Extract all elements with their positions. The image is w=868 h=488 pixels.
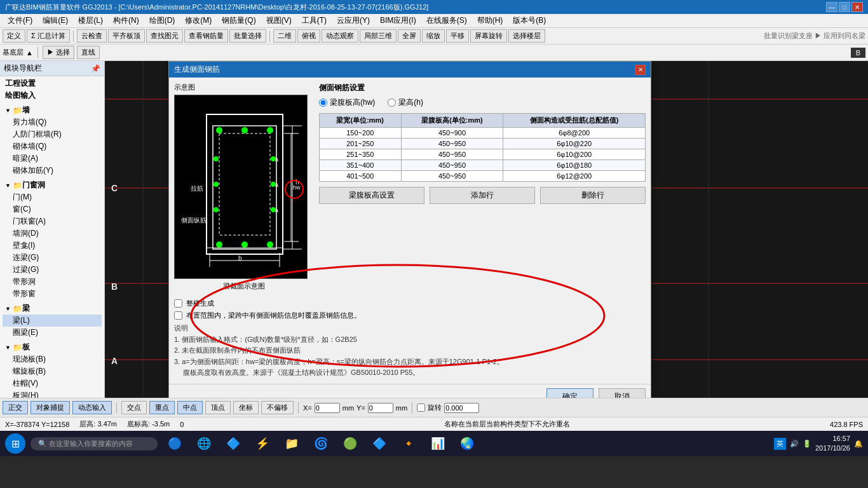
table-cell-3-0[interactable]: 351~400: [320, 160, 402, 171]
snap-orthogonal[interactable]: 正交: [3, 401, 28, 414]
menu-item-m[interactable]: 修改(M): [180, 14, 217, 27]
sidebar-beam[interactable]: ▼ 📁梁: [3, 302, 102, 315]
sidebar-item-strip-window[interactable]: 带形窗: [3, 288, 102, 300]
menu-item-bimi[interactable]: BIM应用(I): [375, 14, 421, 27]
sidebar-item-door-window[interactable]: 门联窗(A): [3, 215, 102, 227]
checkbox-whole-building[interactable]: 整楼生成: [174, 299, 646, 308]
menu-item-v[interactable]: 视图(V): [261, 14, 297, 27]
start-button[interactable]: ⊞: [5, 433, 25, 454]
sidebar-slab[interactable]: ▼ 📁板: [3, 341, 102, 353]
sidebar-wall[interactable]: ▼ 📁墙: [3, 104, 102, 116]
sidebar-item-niche[interactable]: 壁龛(I): [3, 240, 102, 252]
y-input[interactable]: [368, 403, 393, 413]
sidebar-item-cast-slab[interactable]: 现浇板(B): [3, 353, 102, 365]
table-cell-0-0[interactable]: 150~200: [320, 128, 402, 139]
toolbar-define[interactable]: 定义: [3, 29, 25, 43]
sidebar-item-civil-defense-wall[interactable]: 人防门框墙(R): [3, 128, 102, 140]
snap-no-offset[interactable]: 不偏移: [261, 401, 294, 414]
sidebar-item-window[interactable]: 窗(C): [3, 203, 102, 215]
btn-add-row[interactable]: 添加行: [430, 187, 535, 204]
taskbar-chrome[interactable]: 🟢: [338, 433, 362, 454]
taskbar-app5[interactable]: 🔸: [397, 433, 421, 454]
radio-hw-input[interactable]: [319, 98, 327, 107]
rotate-input[interactable]: [444, 403, 479, 413]
snap-center[interactable]: 中点: [177, 401, 203, 414]
checkbox-cover[interactable]: 布置范围内，梁跨中有侧面钢筋信息时覆盖原钢筋信息。: [174, 311, 646, 320]
toolbar-find[interactable]: 查找图元: [146, 29, 183, 43]
checkbox-cover-input[interactable]: [174, 311, 182, 320]
sidebar-project-settings[interactable]: 工程设置: [3, 78, 102, 90]
table-cell-0-2[interactable]: 6φ8@200: [503, 128, 646, 139]
menu-item-f[interactable]: 文件(F): [3, 14, 37, 27]
snap-midpoint[interactable]: 重点: [149, 401, 175, 414]
taskbar-network[interactable]: 🌐: [192, 433, 216, 454]
menu-item-s[interactable]: 在线服务(S): [421, 14, 472, 27]
maximize-button[interactable]: □: [839, 2, 850, 12]
radio-h-input[interactable]: [388, 98, 396, 107]
toolbar-view-steel[interactable]: 查看钢筋量: [184, 29, 228, 43]
taskbar-cortana[interactable]: 🔵: [163, 433, 187, 454]
toolbar-top-view[interactable]: 俯视: [297, 29, 320, 43]
radio-hw[interactable]: 梁腹板高(hw): [319, 97, 375, 108]
sidebar-draw-input[interactable]: 绘图输入: [3, 90, 102, 102]
sidebar-item-dark-beam[interactable]: 暗梁(A): [3, 152, 102, 165]
sidebar-item-lintel[interactable]: 过梁(G): [3, 264, 102, 276]
toolbar-local-3d[interactable]: 局部三维: [360, 29, 397, 43]
btn-ok[interactable]: 确定: [546, 388, 593, 398]
toolbar-select[interactable]: ▶ 选择: [43, 46, 74, 59]
toolbar-select-layer[interactable]: 选择楼层: [508, 29, 545, 43]
toolbar-dynamic-obs[interactable]: 动态观察: [322, 29, 358, 43]
sidebar-item-beam[interactable]: 梁(L): [3, 315, 102, 327]
table-cell-1-2[interactable]: 6φ10@220: [503, 139, 646, 149]
taskbar-ie[interactable]: 🌀: [309, 433, 333, 454]
sidebar-item-masonry-wall[interactable]: 砌体墙(Q): [3, 140, 102, 152]
sidebar-item-strip-hole[interactable]: 带形洞: [3, 276, 102, 288]
minimize-button[interactable]: —: [826, 2, 837, 12]
table-cell-3-2[interactable]: 6φ10@180: [503, 160, 646, 171]
sidebar-item-spiral-slab[interactable]: 螺旋板(B): [3, 365, 102, 377]
sidebar-item-column-cap[interactable]: 柱帽(V): [3, 377, 102, 390]
table-cell-2-1[interactable]: 450~950: [401, 149, 503, 160]
taskbar-app7[interactable]: 🌏: [455, 433, 479, 454]
snap-dynamic-input[interactable]: 动态输入: [72, 401, 112, 414]
toolbar-align-top[interactable]: 平齐板顶: [108, 29, 145, 43]
table-cell-3-1[interactable]: 450~950: [401, 160, 503, 171]
menu-item-q[interactable]: 钢筋量(Q): [217, 14, 261, 27]
x-input[interactable]: [315, 403, 340, 413]
snap-vertex[interactable]: 顶点: [205, 401, 231, 414]
table-cell-1-0[interactable]: 201~250: [320, 139, 402, 149]
toolbar-screen-rotate[interactable]: 屏幕旋转: [470, 29, 507, 43]
toolbar-cloud-check[interactable]: 云检查: [77, 29, 107, 43]
rotate-checkbox[interactable]: [417, 403, 425, 412]
menu-item-l[interactable]: 楼层(L): [73, 14, 108, 27]
sidebar-item-ring-beam[interactable]: 圈梁(E): [3, 327, 102, 339]
menu-item-n[interactable]: 构件(N): [108, 14, 144, 27]
table-cell-4-2[interactable]: 6φ12@200: [503, 171, 646, 182]
dialog-close-button[interactable]: ✕: [635, 65, 646, 75]
taskbar-app4[interactable]: 🔷: [367, 433, 391, 454]
taskbar-app2[interactable]: ⚡: [250, 433, 275, 454]
sidebar-item-door[interactable]: 门(M): [3, 191, 102, 203]
snap-intersection[interactable]: 交点: [121, 401, 147, 414]
menu-item-d[interactable]: 绘图(D): [144, 14, 180, 27]
table-cell-1-1[interactable]: 450~950: [401, 139, 503, 149]
snap-coord[interactable]: 坐标: [233, 401, 259, 414]
taskbar-app6[interactable]: 📊: [426, 433, 450, 454]
table-cell-2-0[interactable]: 251~350: [320, 149, 402, 160]
toolbar-calc[interactable]: Σ 汇总计算: [27, 29, 70, 43]
toolbar-pan[interactable]: 平移: [446, 29, 469, 43]
sidebar-item-coupling-beam[interactable]: 连梁(G): [3, 252, 102, 264]
toolbar-batch-select[interactable]: 批量选择: [229, 29, 266, 43]
sidebar-item-shear-wall[interactable]: 剪力墙(Q): [3, 116, 102, 128]
sidebar-item-masonry-rebar[interactable]: 砌体加筋(Y): [3, 165, 102, 177]
sidebar-item-slab-hole[interactable]: 板洞(H): [3, 390, 102, 398]
btn-delete-row[interactable]: 删除行: [540, 187, 646, 204]
sidebar-item-wall-hole[interactable]: 墙洞(D): [3, 227, 102, 240]
sidebar-pin-icon[interactable]: 📌: [91, 64, 100, 73]
menu-item-t[interactable]: 工具(T): [297, 14, 332, 27]
snap-object-capture[interactable]: 对象捕捉: [31, 401, 70, 414]
close-button[interactable]: ✕: [851, 2, 863, 12]
taskbar-app3[interactable]: 📁: [280, 433, 304, 454]
toolbar-2d[interactable]: 二维: [273, 29, 296, 43]
menu-item-e[interactable]: 编辑(E): [37, 14, 73, 27]
